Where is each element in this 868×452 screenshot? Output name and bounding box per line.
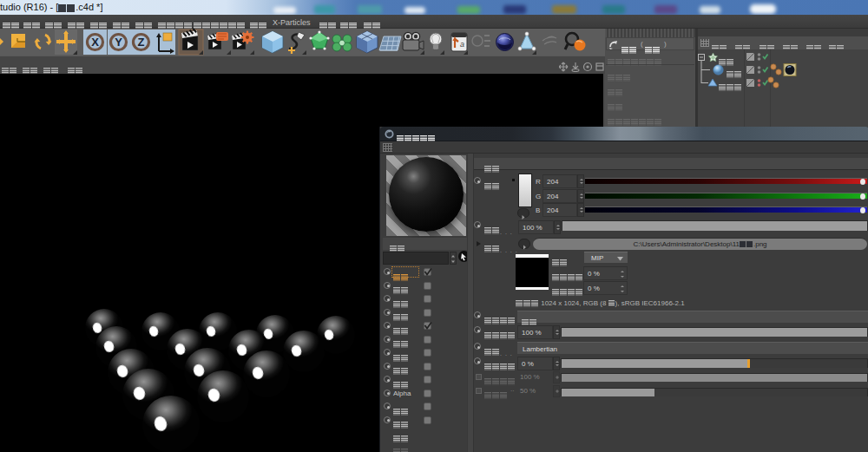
svg-text:X: X: [91, 36, 99, 49]
svg-text:a: a: [460, 40, 464, 49]
svg-text:Y: Y: [115, 36, 122, 49]
svg-text:Z: Z: [138, 36, 145, 49]
